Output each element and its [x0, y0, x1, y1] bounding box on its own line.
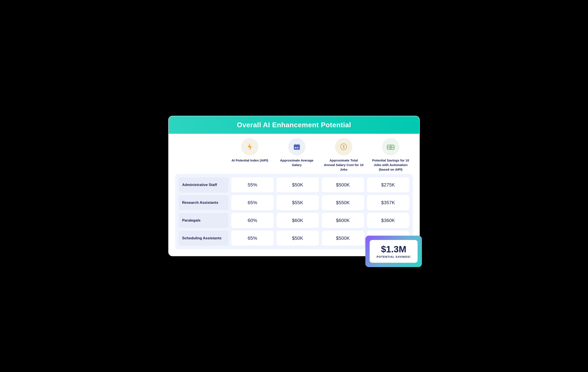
row-avg_salary-3: $50K	[276, 231, 319, 246]
row-label-1: Research Assistants	[179, 195, 229, 210]
row-avg_salary-2: $60K	[276, 213, 319, 228]
row-total_salary-2: $600K	[322, 213, 364, 228]
row-aipi-2: 60%	[231, 213, 274, 228]
row-savings-0: $275K	[367, 177, 410, 193]
col-label-total-salary: Approximate Total Annual Salary Cost for…	[324, 158, 364, 172]
row-label-0: Administrative Staff	[179, 177, 229, 193]
row-total_salary-3: $500K	[322, 231, 364, 246]
col-header-avg-salary: Approximate Average Salary	[275, 138, 319, 172]
card-header: Overall AI Enhancement Potential	[169, 116, 419, 134]
svg-rect-5	[295, 147, 296, 148]
page-title: Overall AI Enhancement Potential	[177, 121, 411, 129]
main-card: Overall AI Enhancement Potential AI Pote…	[168, 116, 420, 256]
col-header-total-salary: $ Approximate Total Annual Salary Cost f…	[322, 138, 366, 172]
row-savings-1: $357K	[367, 195, 410, 210]
col-header-aipi: AI Potential Index (AIPI)	[228, 138, 272, 172]
row-avg_salary-1: $55K	[276, 195, 319, 210]
money-icon	[382, 138, 399, 155]
table-row: Research Assistants65%$55K$550K$357K	[179, 195, 409, 210]
dollar-icon: $	[335, 138, 352, 155]
svg-point-11	[390, 146, 391, 148]
svg-rect-6	[297, 147, 298, 148]
svg-rect-3	[295, 144, 296, 145]
svg-rect-4	[298, 144, 299, 145]
row-avg_salary-0: $50K	[276, 177, 319, 193]
outer-wrapper: Overall AI Enhancement Potential AI Pote…	[164, 111, 424, 261]
column-headers: AI Potential Index (AIPI) Approxi	[175, 134, 413, 174]
col-header-spacer	[175, 138, 225, 172]
svg-rect-2	[294, 145, 300, 146]
table-row: Administrative Staff55%$50K$500K$275K	[179, 177, 409, 193]
col-header-savings: Potential Savings for 10 Jobs with Autom…	[368, 138, 413, 172]
row-aipi-3: 65%	[231, 231, 274, 246]
row-total_salary-1: $550K	[322, 195, 364, 210]
row-aipi-0: 55%	[231, 177, 274, 193]
lightning-icon	[241, 138, 258, 155]
svg-point-13	[393, 147, 394, 148]
savings-amount: $1.3M	[377, 244, 411, 254]
col-label-savings: Potential Savings for 10 Jobs with Autom…	[371, 158, 411, 172]
row-label-2: Paralegals	[179, 213, 229, 228]
row-savings-2: $360K	[367, 213, 410, 228]
col-label-avg-salary: Approximate Average Salary	[277, 158, 317, 167]
savings-label: POTENTIAL SAVINGS!	[377, 255, 411, 258]
svg-text:$: $	[343, 145, 345, 149]
row-total_salary-0: $500K	[322, 177, 364, 193]
svg-point-12	[388, 147, 389, 148]
savings-box-wrapper: $1.3M POTENTIAL SAVINGS!	[365, 236, 422, 267]
table-row: Paralegals60%$60K$600K$360K	[179, 213, 409, 228]
svg-marker-0	[248, 143, 252, 150]
row-aipi-1: 65%	[231, 195, 274, 210]
col-label-aipi: AI Potential Index (AIPI)	[231, 158, 268, 163]
savings-background: $1.3M POTENTIAL SAVINGS!	[365, 236, 422, 267]
calendar-icon	[288, 138, 305, 155]
savings-inner: $1.3M POTENTIAL SAVINGS!	[370, 240, 418, 263]
row-label-3: Scheduling Assistants	[179, 231, 229, 246]
